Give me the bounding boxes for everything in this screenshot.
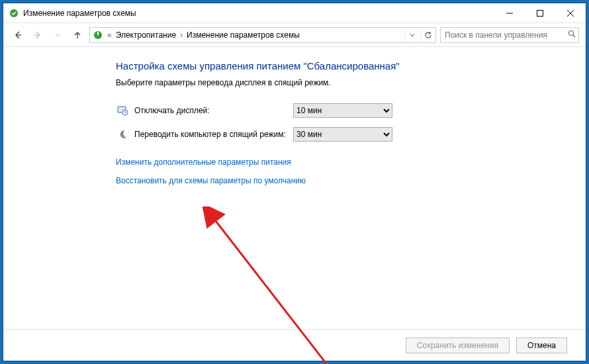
address-bar[interactable]: « Электропитание › Изменение параметров …	[89, 27, 436, 43]
moon-icon	[116, 128, 129, 141]
breadcrumb-item[interactable]: Изменение параметров схемы	[187, 30, 300, 40]
minimize-button[interactable]	[494, 3, 525, 23]
display-off-select[interactable]: 10 мин	[293, 103, 392, 118]
setting-row-display-off: Отключать дисплей: 10 мин	[116, 103, 586, 118]
setting-label: Переводить компьютер в спящий режим:	[134, 130, 293, 139]
breadcrumb-item[interactable]: Электропитание	[116, 30, 176, 40]
sleep-select[interactable]: 30 мин	[293, 127, 392, 142]
page-heading: Настройка схемы управления питанием "Сба…	[116, 60, 586, 71]
svg-rect-9	[97, 32, 99, 35]
save-button[interactable]: Сохранить изменения	[406, 338, 510, 353]
content-area: Настройка схемы управления питанием "Сба…	[3, 47, 586, 329]
svg-rect-2	[537, 10, 543, 16]
page-subtext: Выберите параметры перевода дисплея в сп…	[116, 78, 586, 87]
svg-line-11	[573, 35, 575, 37]
close-button[interactable]	[555, 3, 586, 23]
refresh-button[interactable]	[421, 28, 434, 42]
back-button[interactable]	[10, 27, 26, 43]
maximize-button[interactable]	[525, 3, 555, 23]
search-icon[interactable]	[568, 30, 576, 40]
titlebar: Изменение параметров схемы	[3, 3, 586, 23]
advanced-settings-link[interactable]: Изменить дополнительные параметры питани…	[116, 158, 586, 167]
cancel-button[interactable]: Отмена	[516, 338, 567, 353]
up-button[interactable]	[69, 27, 85, 43]
restore-defaults-link[interactable]: Восстановить для схемы параметры по умол…	[116, 176, 586, 185]
search-input[interactable]	[443, 30, 565, 40]
search-box[interactable]	[440, 27, 579, 43]
monitor-timer-icon	[116, 104, 129, 117]
chevron-right-icon: ›	[179, 30, 184, 40]
window-title: Изменение параметров схемы	[23, 9, 136, 18]
power-icon	[93, 30, 103, 40]
setting-row-sleep: Переводить компьютер в спящий режим: 30 …	[116, 127, 586, 142]
forward-button[interactable]	[30, 27, 46, 43]
navbar: « Электропитание › Изменение параметров …	[3, 23, 586, 47]
svg-point-10	[569, 31, 574, 36]
chevron-right-icon: «	[106, 30, 113, 40]
setting-label: Отключать дисплей:	[134, 106, 293, 115]
footer: Сохранить изменения Отмена	[3, 329, 586, 361]
recent-dropdown[interactable]	[50, 27, 66, 43]
address-dropdown[interactable]	[405, 28, 418, 42]
power-plan-icon	[9, 8, 19, 19]
